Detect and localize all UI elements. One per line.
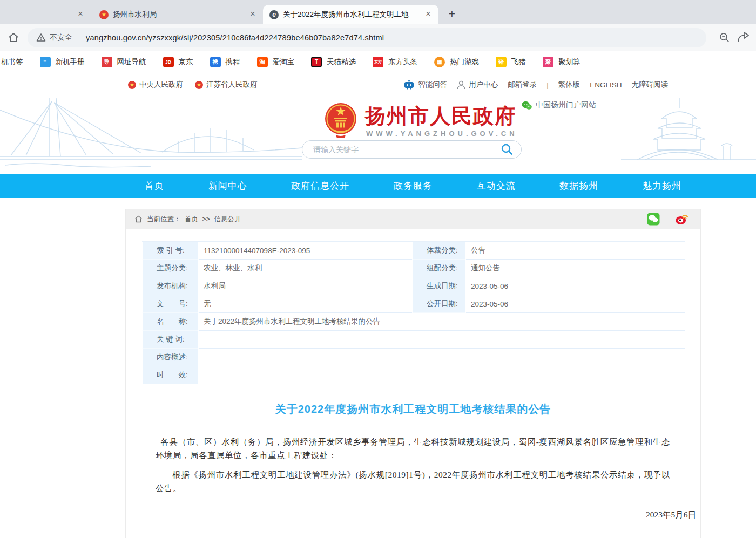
nav-data[interactable]: 数据扬州 bbox=[559, 180, 598, 192]
bookmark-label: 携程 bbox=[226, 57, 240, 67]
portal-label: 中国扬州门户网站 bbox=[536, 100, 596, 110]
url-text[interactable]: yangzhou.gov.cn/yzszxxgk/slj/202305/210c… bbox=[86, 33, 384, 42]
bookmark-item[interactable]: 聚 聚划算 bbox=[543, 57, 580, 67]
table-row: 名 称: 关于2022年度扬州市水利工程文明工地考核结果的公告 bbox=[142, 313, 685, 331]
table-row: 索 引 号: 11321000014407098E-2023-095 体裁分类:… bbox=[142, 242, 685, 260]
table-row: 关 键 词: bbox=[142, 331, 685, 349]
bookmarks-bar: 机书签 ≡ 新机手册 导 网址导航 JD 京东 携 携程 淘 爱淘宝 T 天猫精… bbox=[0, 51, 756, 73]
smart-qa-link[interactable]: 智能问答 bbox=[403, 80, 447, 90]
article-body: 各县（市、区）水利（务）局，扬州经济开发区城乡事务管理局，生态科技新城规划建设局… bbox=[156, 435, 670, 495]
nav-services[interactable]: 政务服务 bbox=[394, 180, 433, 192]
bookmark-label: 机书签 bbox=[1, 57, 23, 67]
weibo-icon[interactable] bbox=[675, 213, 688, 225]
accessible-link[interactable]: 无障碍阅读 bbox=[632, 80, 669, 90]
field-label: 内容概述: bbox=[142, 349, 199, 366]
bookmark-icon: 淘 bbox=[257, 57, 268, 67]
bookmark-icon: ▦ bbox=[434, 57, 445, 67]
tab-title: 扬州市水利局 bbox=[113, 10, 245, 19]
bookmark-item[interactable]: 导 网址导航 bbox=[102, 57, 146, 67]
address-bar[interactable]: 不安全 yangzhou.gov.cn/yzszxxgk/slj/202305/… bbox=[28, 28, 706, 47]
bookmark-item[interactable]: 机书签 bbox=[1, 57, 23, 67]
bookmark-icon: 导 bbox=[102, 57, 112, 67]
home-icon[interactable] bbox=[7, 31, 20, 44]
close-icon[interactable]: × bbox=[423, 10, 433, 19]
bookmark-icon: 携 bbox=[210, 57, 221, 67]
share-icon[interactable] bbox=[737, 31, 751, 44]
tab-partial[interactable]: × bbox=[0, 5, 93, 24]
bookmark-item[interactable]: 猪 飞猪 bbox=[496, 57, 526, 67]
bookmark-icon: JD bbox=[163, 57, 174, 67]
warning-icon[interactable] bbox=[36, 33, 46, 42]
smart-qa-label: 智能问答 bbox=[418, 80, 447, 90]
bookmark-item[interactable]: ≡ 新机手册 bbox=[40, 57, 85, 67]
close-icon[interactable]: × bbox=[76, 10, 85, 19]
link-label: 中央人民政府 bbox=[139, 80, 183, 90]
bookmark-item[interactable]: ▦ 热门游戏 bbox=[434, 57, 479, 67]
nav-info-disclosure[interactable]: 政府信息公开 bbox=[291, 180, 349, 192]
bookmark-label: 新机手册 bbox=[56, 57, 85, 67]
browser-window: × ★ 扬州市水利局 × e 关于2022年度扬州市水利工程文明工地 × + 不… bbox=[0, 0, 756, 538]
breadcrumb-separator: >> bbox=[202, 215, 210, 223]
table-row: 内容概述: bbox=[142, 349, 685, 366]
table-row: 主题分类: 农业、林业、水利 组配分类: 通知公告 bbox=[142, 260, 685, 277]
search-input[interactable] bbox=[313, 145, 501, 154]
link-central-gov[interactable]: ★ 中央人民政府 bbox=[128, 80, 183, 90]
zoom-out-icon[interactable] bbox=[718, 31, 731, 44]
nav-news[interactable]: 新闻中心 bbox=[208, 180, 247, 192]
field-value bbox=[199, 331, 685, 349]
table-row: 时 效: bbox=[142, 366, 685, 384]
national-emblem-icon bbox=[324, 101, 357, 138]
field-label: 文 号: bbox=[142, 295, 199, 313]
tab-strip: × ★ 扬州市水利局 × e 关于2022年度扬州市水利工程文明工地 × + bbox=[0, 0, 756, 24]
portal-link[interactable]: 中国扬州门户网站 bbox=[522, 100, 596, 110]
english-link[interactable]: ENGLISH bbox=[590, 81, 622, 89]
bookmark-item[interactable]: JD 京东 bbox=[163, 57, 193, 67]
nav-home[interactable]: 首页 bbox=[145, 180, 164, 192]
mail-login-link[interactable]: 邮箱登录 bbox=[508, 80, 537, 90]
link-jiangsu-gov[interactable]: ★ 江苏省人民政府 bbox=[195, 80, 258, 90]
bookmark-label: 聚划算 bbox=[558, 57, 580, 67]
breadcrumb-home-link[interactable]: 首页 bbox=[185, 215, 198, 223]
bookmark-label: 天猫精选 bbox=[327, 57, 356, 67]
bookmark-icon: ≡ bbox=[40, 57, 51, 67]
bookmark-item[interactable]: 淘 爱淘宝 bbox=[257, 57, 295, 67]
divider: | bbox=[546, 81, 549, 89]
bookmark-item[interactable]: 携 携程 bbox=[210, 57, 240, 67]
close-icon[interactable]: × bbox=[248, 10, 258, 19]
new-tab-button[interactable]: + bbox=[444, 6, 460, 22]
gov-favicon-icon: ★ bbox=[99, 10, 109, 19]
page-favicon-icon: e bbox=[269, 10, 279, 19]
wechat-share-icon[interactable] bbox=[647, 213, 660, 226]
search-icon[interactable] bbox=[501, 143, 514, 156]
article-title: 关于2022年度扬州市水利工程文明工地考核结果的公告 bbox=[126, 402, 700, 417]
security-label[interactable]: 不安全 bbox=[50, 33, 72, 43]
field-label: 名 称: bbox=[142, 313, 199, 331]
table-row: 文 号: 无 公开日期: 2023-05-06 bbox=[142, 295, 685, 313]
user-center-link[interactable]: 用户中心 bbox=[457, 80, 498, 90]
robot-icon bbox=[403, 80, 415, 90]
bookmark-item[interactable]: 东方 东方头条 bbox=[373, 57, 417, 67]
field-label: 主题分类: bbox=[142, 260, 199, 277]
nav-charm[interactable]: 魅力扬州 bbox=[643, 180, 681, 192]
field-value bbox=[199, 349, 685, 366]
field-value: 关于2022年度扬州市水利工程文明工地考核结果的公告 bbox=[199, 313, 685, 331]
breadcrumb-current: 信息公开 bbox=[214, 215, 241, 223]
tab-active[interactable]: e 关于2022年度扬州市水利工程文明工地 × bbox=[263, 5, 438, 24]
emblem-icon: ★ bbox=[195, 81, 203, 89]
traditional-link[interactable]: 繁体版 bbox=[558, 80, 580, 90]
main-nav: 首页 新闻中心 政府信息公开 政务服务 互动交流 数据扬州 魅力扬州 bbox=[0, 174, 756, 198]
field-value: 水利局 bbox=[199, 277, 412, 295]
browser-toolbar: 不安全 yangzhou.gov.cn/yzszxxgk/slj/202305/… bbox=[0, 24, 756, 51]
breadcrumb-home-icon bbox=[134, 215, 143, 223]
site-url: WWW.YANGZHOU.GOV.CN bbox=[366, 130, 518, 138]
bookmark-label: 京东 bbox=[179, 57, 193, 67]
field-label: 关 键 词: bbox=[142, 331, 199, 349]
bookmark-label: 东方头条 bbox=[388, 57, 417, 67]
tab-shuiliju[interactable]: ★ 扬州市水利局 × bbox=[93, 5, 263, 24]
search-box[interactable] bbox=[302, 140, 522, 159]
bookmark-label: 网址导航 bbox=[117, 57, 146, 67]
bookmark-icon: T bbox=[311, 57, 322, 67]
metadata-table: 索 引 号: 11321000014407098E-2023-095 体裁分类:… bbox=[142, 241, 685, 384]
nav-interaction[interactable]: 互动交流 bbox=[477, 180, 516, 192]
bookmark-item[interactable]: T 天猫精选 bbox=[311, 57, 356, 67]
